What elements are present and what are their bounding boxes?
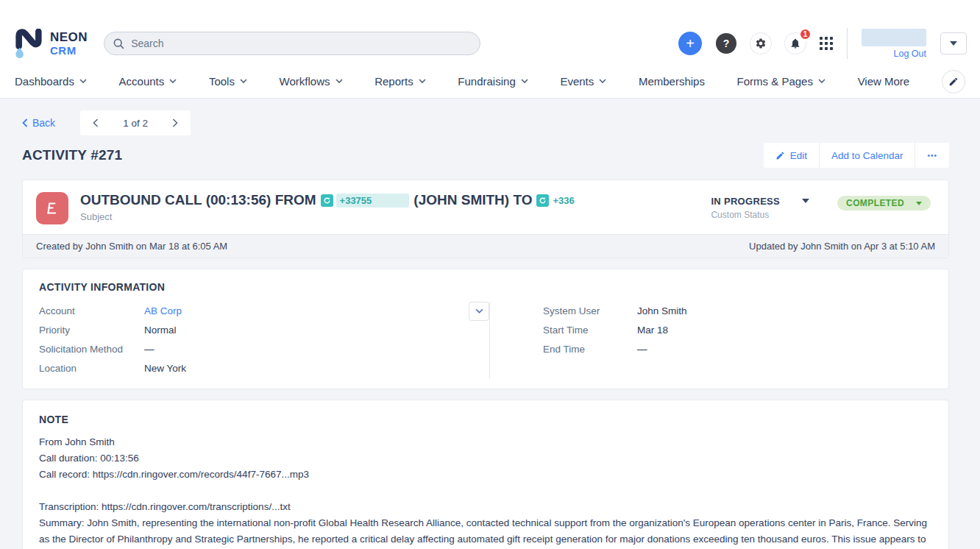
page-title-row: ACTIVITY #271 Edit Add to Calendar ••• <box>22 143 949 168</box>
page-title: ACTIVITY #271 <box>22 147 122 163</box>
chevron-down-icon <box>802 199 809 203</box>
note-card: NOTE From John Smith Call duration: 00:1… <box>22 400 949 549</box>
nav-item-workflows[interactable]: Workflows <box>280 75 343 88</box>
back-button[interactable]: Back <box>22 117 55 129</box>
chevron-down-icon <box>916 202 922 205</box>
record-pager: 1 of 2 <box>80 110 191 135</box>
notifications-button[interactable]: 1 <box>785 33 806 54</box>
notification-badge: 1 <box>799 28 812 40</box>
field-row-location: Location New York <box>39 359 460 378</box>
nav-item-memberships[interactable]: Memberships <box>639 75 705 88</box>
header-divider <box>847 28 848 59</box>
chevron-down-icon <box>240 79 247 84</box>
note-line: From John Smith <box>39 434 932 450</box>
field-label: Priority <box>39 325 144 336</box>
ellipsis-icon: ••• <box>927 152 937 160</box>
field-label: Account <box>39 305 144 317</box>
add-to-calendar-button[interactable]: Add to Calendar <box>820 143 916 168</box>
field-row-priority: Priority Normal <box>39 321 460 340</box>
field-label: End Time <box>543 344 637 355</box>
nav-label: Workflows <box>280 75 330 88</box>
neon-logo-icon <box>13 29 44 58</box>
info-left-column: Account AB Corp Priority Normal Solicita… <box>39 302 489 378</box>
edit-label: Edit <box>790 150 807 161</box>
activity-information-card: ACTIVITY INFORMATION Account AB Corp Pri… <box>22 269 949 389</box>
subject-card: OUTBOUND CALL (00:13:56) FROM +33755 (JO… <box>22 180 949 258</box>
activity-log-icon <box>44 200 60 216</box>
status-dropdown[interactable]: COMPLETED <box>837 196 931 210</box>
help-button[interactable]: ? <box>716 33 736 54</box>
activity-subject: OUTBOUND CALL (00:13:56) FROM +33755 (JO… <box>80 192 578 208</box>
field-row-system-user: System User John Smith <box>543 302 932 321</box>
nav-label: Reports <box>374 75 413 88</box>
previous-record-button[interactable] <box>80 110 111 135</box>
bell-icon <box>789 38 801 49</box>
phone-to-badge[interactable]: +336 <box>536 194 578 208</box>
more-actions-button[interactable]: ••• <box>915 143 949 168</box>
nav-item-fundraising[interactable]: Fundraising <box>458 75 528 88</box>
neon-crm-logo[interactable]: NEON CRM <box>13 29 88 58</box>
settings-button[interactable] <box>750 33 771 54</box>
nav-item-dashboards[interactable]: Dashboards <box>15 75 87 88</box>
gear-icon <box>755 38 767 49</box>
field-label: Solicitation Method <box>39 344 144 355</box>
next-record-button[interactable] <box>160 110 191 135</box>
field-label: Location <box>39 363 144 375</box>
nav-label: Forms & Pages <box>737 75 813 88</box>
customize-nav-button[interactable] <box>942 70 965 93</box>
nav-item-accounts[interactable]: Accounts <box>119 75 177 88</box>
nav-item-events[interactable]: Events <box>560 75 606 88</box>
chevron-right-icon <box>172 118 178 127</box>
note-line: Call record: https://cdn.ringover.com/re… <box>39 467 932 483</box>
record-actions: Edit Add to Calendar ••• <box>764 143 949 168</box>
audit-bar: Created by John Smith on Mar 18 at 6:05 … <box>23 234 948 258</box>
user-block: Log Out <box>862 29 926 59</box>
chevron-down-icon <box>599 79 606 84</box>
note-line: Transcription: https://cdn.ringover.com/… <box>39 499 932 515</box>
account-link[interactable]: AB Corp <box>144 305 182 317</box>
account-expand-button[interactable] <box>469 302 489 321</box>
phone-redacted <box>372 195 405 205</box>
call-sync-icon <box>321 194 333 207</box>
field-row-solicitation-method: Solicitation Method — <box>39 340 460 359</box>
info-right-column: System User John Smith Start Time Mar 18… <box>489 302 932 378</box>
log-out-link[interactable]: Log Out <box>894 49 926 59</box>
chevron-left-icon <box>22 118 28 127</box>
add-to-calendar-label: Add to Calendar <box>831 150 903 161</box>
custom-status-dropdown[interactable]: IN PROGRESS Custom Status <box>711 196 809 220</box>
note-line: Call duration: 00:13:56 <box>39 450 932 467</box>
note-body: From John Smith Call duration: 00:13:56 … <box>39 434 932 549</box>
app-launcher-button[interactable] <box>820 37 833 50</box>
note-title: NOTE <box>39 414 932 425</box>
top-actions: + ? 1 Log Out <box>678 28 967 59</box>
field-value: Normal <box>144 325 177 336</box>
chevron-down-icon <box>818 79 825 84</box>
record-toolbar: Back 1 of 2 <box>22 110 949 135</box>
add-new-button[interactable]: + <box>678 32 702 55</box>
custom-status-label: Custom Status <box>711 210 780 220</box>
back-label: Back <box>32 117 55 129</box>
top-bar: NEON CRM + ? 1 Log Out <box>0 0 980 65</box>
nav-item-reports[interactable]: Reports <box>374 75 426 88</box>
activity-type-icon <box>36 192 68 224</box>
call-sync-icon <box>536 194 549 207</box>
custom-status-value: IN PROGRESS <box>711 196 780 207</box>
chevron-down-icon <box>950 41 957 46</box>
subject-field-label: Subject <box>80 211 578 222</box>
phone-from-badge[interactable]: +33755 <box>321 194 410 208</box>
user-menu-button[interactable] <box>940 32 967 54</box>
nav-item-forms-pages[interactable]: Forms & Pages <box>737 75 825 88</box>
nav-item-tools[interactable]: Tools <box>209 75 247 88</box>
activity-information-title: ACTIVITY INFORMATION <box>39 281 932 293</box>
search-icon <box>113 38 124 49</box>
search-input[interactable] <box>104 32 480 55</box>
subject-text-2: (JOHN SMITH) TO <box>413 192 532 208</box>
chevron-down-icon <box>521 79 528 84</box>
pager-count: 1 of 2 <box>111 110 160 135</box>
nav-label: View More <box>858 75 910 88</box>
field-value: New York <box>144 363 186 375</box>
nav-label: Events <box>560 75 594 88</box>
nav-item-view-more[interactable]: View More <box>858 75 910 88</box>
field-value: John Smith <box>637 305 687 317</box>
edit-button[interactable]: Edit <box>764 143 820 168</box>
